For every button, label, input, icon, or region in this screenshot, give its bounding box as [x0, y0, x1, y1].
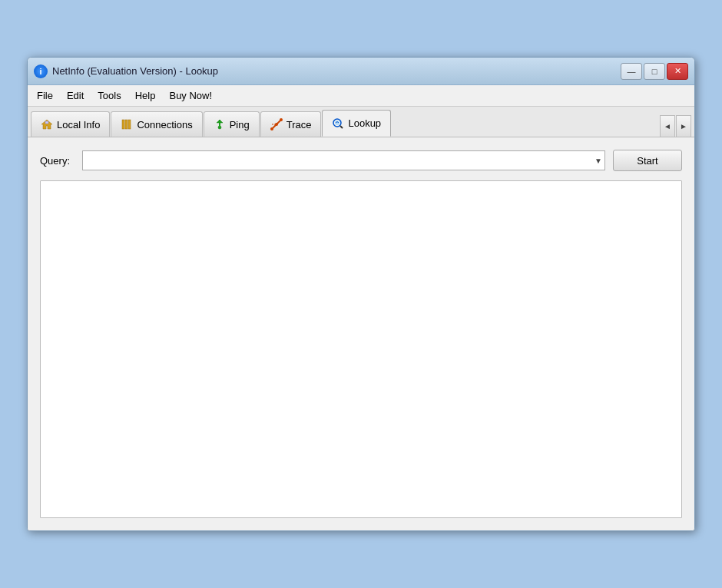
maximize-button[interactable]: □ [644, 63, 665, 80]
content-area: Query: ▼ Start [28, 137, 694, 530]
tab-local-info-label: Local Info [57, 119, 100, 130]
tab-bar: Local Info Connections Pin [28, 107, 694, 137]
tab-lookup-label: Lookup [348, 117, 381, 129]
svg-point-11 [280, 118, 283, 121]
svg-marker-7 [217, 120, 223, 123]
svg-point-9 [270, 127, 273, 130]
query-label: Query: [40, 155, 75, 167]
app-icon: i [34, 64, 48, 78]
menu-tools[interactable]: Tools [91, 88, 127, 104]
tab-lookup[interactable]: Lookup [322, 110, 391, 137]
ping-icon [214, 118, 226, 130]
tab-local-info[interactable]: Local Info [31, 111, 110, 137]
output-area [40, 180, 682, 518]
menu-edit[interactable]: Edit [61, 88, 90, 104]
menu-file[interactable]: File [31, 88, 59, 104]
svg-rect-3 [125, 120, 128, 129]
title-buttons: — □ ✕ [621, 63, 688, 80]
svg-point-5 [218, 126, 221, 129]
svg-line-14 [340, 126, 343, 128]
query-input-wrap: ▼ [82, 150, 605, 170]
minimize-button[interactable]: — [621, 63, 642, 80]
tab-ping[interactable]: Ping [204, 111, 260, 137]
tab-ping-label: Ping [230, 119, 250, 130]
lookup-icon [332, 117, 344, 130]
menu-help[interactable]: Help [129, 88, 162, 104]
main-window: i NetInfo (Evaluation Version) - Lookup … [27, 57, 695, 531]
tab-connections[interactable]: Connections [111, 111, 202, 137]
svg-point-15 [335, 121, 339, 125]
title-bar: i NetInfo (Evaluation Version) - Lookup … [28, 58, 694, 85]
svg-rect-1 [45, 121, 48, 124]
tab-next-button[interactable]: ► [676, 115, 691, 137]
tab-nav-area: ◄ ► [660, 110, 691, 137]
tab-trace[interactable]: Trace [260, 111, 322, 137]
tab-prev-button[interactable]: ◄ [660, 115, 675, 137]
start-button[interactable]: Start [613, 150, 682, 171]
close-button[interactable]: ✕ [667, 63, 688, 80]
tab-trace-label: Trace [286, 119, 312, 130]
query-input[interactable] [82, 150, 605, 170]
svg-rect-2 [122, 120, 124, 129]
connections-icon [121, 118, 133, 130]
house-icon [41, 118, 53, 130]
svg-rect-4 [128, 120, 131, 129]
window-title: NetInfo (Evaluation Version) - Lookup [52, 65, 218, 77]
query-row: Query: ▼ Start [40, 150, 682, 171]
trace-icon [270, 118, 283, 130]
menu-bar: File Edit Tools Help Buy Now! [28, 85, 694, 107]
tab-connections-label: Connections [137, 119, 192, 130]
title-bar-left: i NetInfo (Evaluation Version) - Lookup [34, 64, 218, 78]
menu-buynow[interactable]: Buy Now! [163, 88, 218, 104]
